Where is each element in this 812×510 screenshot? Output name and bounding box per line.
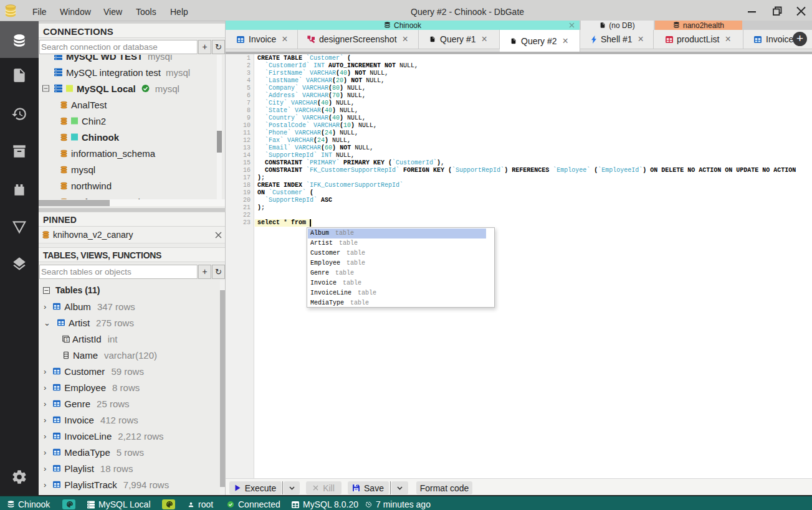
svg-text:1: 1 [65, 338, 68, 342]
